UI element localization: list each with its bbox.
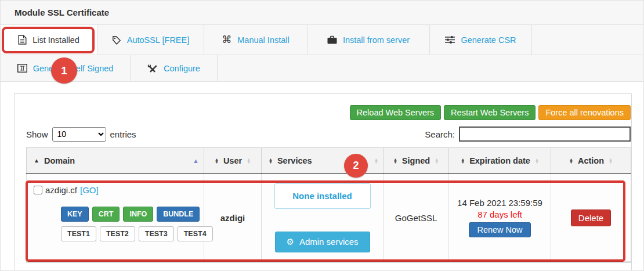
- tab-label: Manual Install: [237, 35, 289, 45]
- sort-both-icon: ▲▼: [461, 158, 465, 164]
- sort-indicator-icon: ▲: [193, 157, 199, 164]
- module-titlebar: Module SSL Certificate: [1, 1, 643, 25]
- column-label: Signed: [402, 156, 430, 165]
- tab-label: Install from server: [343, 35, 410, 45]
- sort-asc-icon: ▲: [34, 157, 39, 164]
- entries-label: entries: [110, 129, 136, 139]
- page-title: Module SSL Certificate: [15, 8, 109, 17]
- column-label: Action: [578, 156, 604, 165]
- header-row: ▲ Domain ▲ ▲▼ User ▲▼: [27, 148, 631, 174]
- sort-both-icon: ▲▼: [247, 158, 251, 164]
- sort-both-icon: ▲▼: [393, 158, 397, 164]
- sort-both-icon: ▲▼: [435, 158, 439, 164]
- tools-icon: [147, 64, 158, 73]
- column-header-domain[interactable]: ▲ Domain ▲: [27, 148, 204, 174]
- column-header-expiration-date[interactable]: ▲▼ Expiration date ▲▼: [449, 148, 551, 174]
- column-label: Expiration date: [469, 156, 530, 165]
- search-control: Search:: [425, 127, 631, 142]
- sort-both-icon: ▲▼: [569, 158, 573, 164]
- search-label: Search:: [425, 129, 455, 139]
- restart-web-servers-button[interactable]: Restart Web Servers: [444, 105, 536, 120]
- column-header-signed[interactable]: ▲▼ Signed ▲▼: [383, 148, 449, 174]
- column-label: Services: [277, 156, 312, 165]
- tab-generate-csr[interactable]: Generate CSR: [430, 25, 532, 55]
- tab-manual-install[interactable]: ⌘ Manual Install: [204, 25, 307, 55]
- tab-row-1: List Installed AutoSSL [FREE] ⌘ Manual I…: [1, 25, 643, 55]
- column-header-user[interactable]: ▲▼ User ▲▼: [204, 148, 262, 174]
- page-size-select[interactable]: 10: [52, 127, 106, 142]
- search-input[interactable]: [459, 127, 631, 142]
- sort-both-icon: ▲▼: [609, 158, 613, 164]
- annotation-box-table-row: [26, 180, 625, 262]
- column-header-action[interactable]: ▲▼ Action ▲▼: [551, 148, 631, 174]
- table-controls-row: Show 10 entries Search:: [26, 127, 631, 142]
- sliders-icon: [445, 35, 455, 44]
- tag-icon: [112, 35, 121, 45]
- tab-label: Generate CSR: [461, 35, 516, 45]
- sort-both-icon: ▲▼: [374, 158, 378, 164]
- server-actions-row: Reload Web Servers Restart Web Servers F…: [26, 105, 631, 120]
- annotation-step-2-badge: 2: [344, 154, 368, 178]
- reload-web-servers-button[interactable]: Reload Web Servers: [350, 105, 442, 120]
- show-label: Show: [26, 129, 48, 139]
- tab-label: Configure: [164, 64, 200, 73]
- sort-both-icon: ▲▼: [535, 158, 539, 164]
- sort-both-icon: ▲▼: [215, 158, 219, 164]
- sort-both-icon: ▲▼: [269, 158, 273, 164]
- tab-configure[interactable]: Configure: [131, 55, 218, 81]
- text-width-icon: [17, 64, 27, 73]
- briefcase-icon: [327, 35, 337, 44]
- annotation-box-list-installed: [2, 27, 95, 53]
- column-label: Domain: [44, 156, 75, 165]
- annotation-step-1-badge: 1: [51, 57, 77, 84]
- tab-autossl[interactable]: AutoSSL [FREE]: [97, 25, 204, 55]
- force-all-renovations-button[interactable]: Force all renovations: [538, 105, 631, 120]
- tab-label: AutoSSL [FREE]: [127, 35, 189, 45]
- tab-install-from-server[interactable]: Install from server: [307, 25, 430, 55]
- column-label: User: [223, 156, 242, 165]
- page-length-control: Show 10 entries: [26, 127, 136, 142]
- command-icon: ⌘: [222, 35, 231, 45]
- tab-row-2: Generate Self Signed Configure: [1, 55, 643, 82]
